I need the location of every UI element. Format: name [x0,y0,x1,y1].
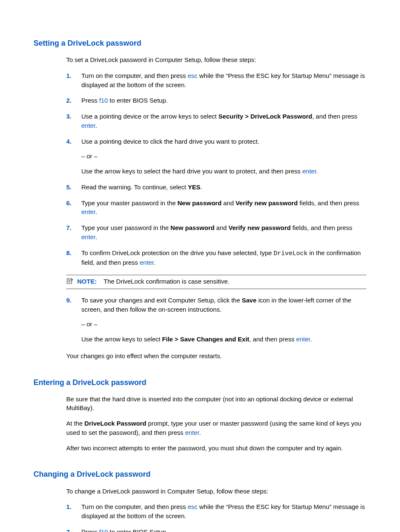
step: 1. Turn on the computer, and then press … [66,502,366,521]
closing-text: Your changes go into effect when the com… [66,351,366,361]
text: . [199,429,201,436]
step-text: to enter BIOS Setup. [108,528,168,532]
step-number: 2. [66,527,72,532]
or-divider: – or – [81,152,366,161]
step-text: to enter BIOS Setup. [108,97,168,104]
step-text: Type your user password in the [81,224,171,231]
key-f10: f10 [99,97,108,104]
step-text: , and then press [249,336,296,343]
step-text: , and then press [312,113,358,120]
step-text: fields, and then press [298,199,359,207]
paragraph: After two incorrect attempts to enter th… [66,444,366,453]
note-content: NOTE: The DriveLock confirmation is case… [77,277,229,286]
step: 9. To save your changes and exit Compute… [66,296,366,344]
step: 7. Type your user password in the New pa… [66,223,366,242]
heading-entering-drivelock: Entering a DriveLock password [34,377,366,388]
step-number: 9. [66,296,72,305]
step-number: 7. [66,223,72,232]
note-label: NOTE: [77,278,97,285]
step: 4. Use a pointing device to click the ha… [66,137,366,176]
text: At the [66,420,84,427]
step-number: 8. [66,248,72,258]
steps-list-1: 1. Turn on the computer, and then press … [66,71,366,267]
page: Setting a DriveLock password To set a Dr… [0,0,400,532]
step-text: Turn on the computer, and then press [81,503,188,510]
intro-text: To change a DriveLock password in Comput… [66,487,366,496]
step-text: Turn on the computer, and then press [81,72,188,79]
bold-text: Save [242,297,257,304]
step-number: 6. [66,199,72,208]
step: 8. To confirm DriveLock protection on th… [66,248,366,268]
step-text: Use a pointing device to click the hard … [81,138,259,145]
step-number: 3. [66,112,72,121]
step: 2. Press f10 to enter BIOS Setup. [66,96,366,105]
step-text: Use the arrow keys to select the hard dr… [81,168,302,175]
note-text: The DriveLock confirmation is case sensi… [104,278,229,285]
step-text: Press [81,528,99,532]
step-text: and [221,199,235,207]
step-text: Type your master password in the [81,199,177,207]
bold-text: Verify new password [236,199,298,207]
bold-text: YES [188,183,200,191]
step-number: 1. [66,502,72,511]
bold-text: Verify new password [229,224,291,231]
key-enter: enter [140,259,153,266]
step: 3. Use a pointing device or the arrow ke… [66,112,366,130]
key-esc: esc [188,503,197,510]
step-number: 2. [66,96,72,105]
key-esc: esc [188,72,197,79]
step-text: To save your changes and exit Computer S… [81,297,242,304]
step-text: Read the warning. To continue, select [81,183,188,191]
step: 1. Turn on the computer, and then press … [66,71,366,90]
step-number: 4. [66,137,72,146]
key-enter: enter [185,429,199,436]
steps-list-3: 1. Turn on the computer, and then press … [66,502,366,532]
step-text: To confirm DriveLock protection on the d… [81,249,274,256]
step-text: . [95,208,97,215]
step: 5. Read the warning. To continue, select… [66,183,366,192]
step-text: Press [81,97,99,104]
bold-text: New password [177,199,221,207]
key-enter: enter [81,122,95,129]
step: 6. Type your master password in the New … [66,199,366,217]
step-text: . [154,259,156,266]
note-box: NOTE: The DriveLock confirmation is case… [66,275,366,289]
step-text: . [95,233,97,240]
key-enter: enter [302,168,316,175]
step-text: . [316,168,318,175]
step-number: 1. [66,71,72,80]
note-icon [66,278,74,287]
intro-text: To set a DriveLock password in Computer … [66,55,366,65]
bold-text: Security > DriveLock Password [218,113,312,120]
heading-changing-drivelock: Changing a DriveLock password [34,469,366,480]
step-text: . [95,122,97,129]
mono-text: DriveLock [274,250,308,257]
bold-text: New password [171,224,215,231]
bold-text: DriveLock Password [84,420,146,427]
or-divider: – or – [81,320,366,329]
key-enter: enter [81,233,95,240]
key-enter: enter [296,336,310,343]
key-enter: enter [81,208,95,215]
step-text: Use a pointing device or the arrow keys … [81,113,218,120]
step-text: . [200,183,202,191]
steps-list-1b: 9. To save your changes and exit Compute… [66,296,366,344]
step-text: Use the arrow keys to select [81,336,162,343]
step-text: . [310,336,312,343]
step-number: 5. [66,183,72,192]
paragraph: At the DriveLock Password prompt, type y… [66,419,366,437]
heading-setting-drivelock: Setting a DriveLock password [34,38,366,49]
key-f10: f10 [99,528,108,532]
bold-text: File > Save Changes and Exit [162,336,249,343]
step-text: and [215,224,229,231]
step: 2. Press f10 to enter BIOS Setup. [66,527,366,532]
paragraph: Be sure that the hard drive is inserted … [66,395,366,413]
step-text: fields, and then press [291,224,352,231]
